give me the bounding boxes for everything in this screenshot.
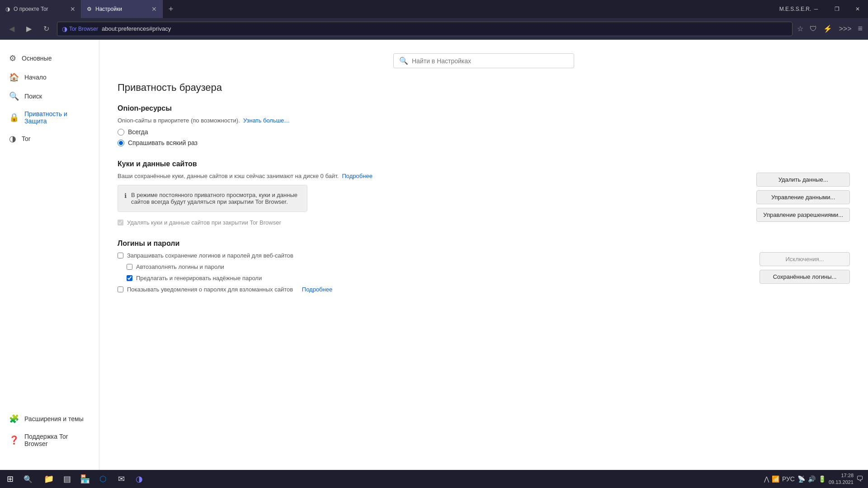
tray-lang-icon[interactable]: РУС (782, 475, 795, 483)
sidebar-osnov-label: Основные (22, 55, 52, 62)
cookies-delete-label: Удалять куки и данные сайтов при закрыти… (127, 219, 281, 226)
tab-settings-icon: ⚙ (87, 6, 92, 12)
minimize-button[interactable]: ─ (806, 0, 826, 18)
manage-data-button[interactable]: Управление данными... (756, 190, 850, 204)
cookies-desc: Ваши сохранённые куки, данные сайтов и к… (118, 173, 743, 179)
reload-button[interactable]: ↻ (40, 24, 52, 33)
onion-link[interactable]: Узнать больше… (243, 117, 290, 124)
puzzle-icon: 🧩 (9, 414, 19, 424)
suggest-pw-label: Предлагать и генерировать надёжные парол… (136, 275, 262, 282)
close-button[interactable]: ✕ (847, 0, 868, 18)
main-content: 🔍 Приватность браузера Onion-ресурсы Oni… (99, 40, 868, 470)
onion-ask-radio[interactable] (118, 140, 124, 146)
maximize-button[interactable]: ❐ (826, 0, 847, 18)
tray-network-icon[interactable]: 📶 (772, 475, 779, 483)
login-suggest-pw[interactable]: Предлагать и генерировать надёжные парол… (118, 275, 746, 282)
tray-wifi-icon[interactable]: 📡 (797, 475, 805, 483)
onion-always-label: Всегда (128, 128, 148, 136)
login-autofill[interactable]: Автозаполнять логины и пароли (118, 263, 746, 270)
sidebar-item-tor[interactable]: ◑ Tor (0, 129, 99, 148)
sidebar-support-label: Поддержка Tor Browser (24, 433, 90, 447)
delete-data-button[interactable]: Удалить данные... (756, 173, 850, 187)
cookies-title: Куки и данные сайтов (118, 160, 850, 168)
more-tools-icon[interactable]: >>> (839, 25, 851, 33)
cookies-row: Ваши сохранённые куки, данные сайтов и к… (118, 173, 850, 226)
taskbar-store-icon[interactable]: 🏪 (77, 471, 93, 487)
settings-search-wrap[interactable]: 🔍 (393, 53, 574, 68)
sidebar-item-nachalo[interactable]: 🏠 Начало (0, 68, 99, 87)
sidebar-item-osnov[interactable]: ⚙ Основные (0, 49, 99, 68)
tray-sound-icon[interactable]: 🔊 (808, 475, 816, 483)
sidebar-item-support[interactable]: ❓ Поддержка Tor Browser (0, 428, 99, 452)
addressbar: ◀ ▶ ↻ ◑ Tor Browser about:preferences#pr… (0, 18, 868, 40)
show-notif-link[interactable]: Подробнее (302, 286, 332, 293)
onion-ask-label: Спрашивать всякий раз (128, 139, 198, 146)
tab-about-tor[interactable]: ◑ О проекте Tor ✕ (0, 0, 81, 18)
tor-icon: ◑ (9, 134, 16, 144)
taskbar-widget-icon[interactable]: ▤ (59, 471, 75, 487)
onion-always-option[interactable]: Всегда (118, 128, 850, 136)
taskbar-search-button[interactable]: 🔍 (20, 470, 36, 488)
shield-icon[interactable]: 🛡 (810, 25, 817, 33)
ask-save-checkbox[interactable] (118, 253, 123, 258)
taskbar: ⊞ 🔍 📁 ▤ 🏪 ⬡ ✉ ◑ ⋀ 📶 РУС 📡 🔊 🔋 17:28 09.1… (0, 470, 868, 488)
onion-title: Onion-ресурсы (118, 104, 850, 113)
address-field[interactable]: ◑ Tor Browser about:preferences#privacy (57, 22, 793, 36)
logins-left: Запрашивать сохранение логинов и паролей… (118, 252, 746, 293)
tab-label: О проекте Tor (14, 6, 48, 12)
onion-desc: Onion-сайты в приоритете (по возможности… (118, 117, 850, 124)
cookies-delete-checkbox (118, 220, 123, 225)
saved-logins-button[interactable]: Сохранённые логины... (760, 270, 850, 284)
taskbar-edge-icon[interactable]: ⬡ (95, 471, 111, 487)
tab-close-2[interactable]: ✕ (151, 5, 157, 13)
search-magnifier-icon: 🔍 (399, 56, 408, 65)
autofill-checkbox[interactable] (127, 264, 132, 270)
question-icon: ❓ (9, 435, 19, 445)
sidebar-item-privacy[interactable]: 🔒 Приватность и Защита (0, 106, 99, 129)
cookies-right: Удалить данные... Управление данными... … (756, 173, 850, 222)
tray-battery-icon[interactable]: 🔋 (818, 475, 826, 483)
tab-settings[interactable]: ⚙ Настройки ✕ (81, 0, 163, 18)
start-button[interactable]: ⊞ (0, 470, 20, 488)
notifications-icon[interactable]: 🗨 (856, 475, 863, 483)
tray-arrow-icon[interactable]: ⋀ (764, 475, 769, 483)
taskbar-file-icon[interactable]: 📁 (41, 471, 57, 487)
search-icon: 🔍 (9, 91, 19, 101)
sidebar-item-ext[interactable]: 🧩 Расширения и темы (0, 409, 99, 428)
cookies-link[interactable]: Подробнее (342, 173, 372, 179)
systray: ⋀ 📶 РУС 📡 🔊 🔋 (764, 475, 826, 483)
sidebar-bottom: 🧩 Расширения и темы ❓ Поддержка Tor Brow… (0, 409, 99, 461)
sidebar-nachalo-label: Начало (24, 74, 47, 81)
bookmark-icon[interactable]: ☆ (797, 24, 803, 33)
titlebar: ◑ О проекте Tor ✕ ⚙ Настройки ✕ + M.E.S.… (0, 0, 868, 18)
logins-section: Логины и пароли Запрашивать сохранение л… (118, 239, 850, 293)
exceptions-button[interactable]: Исключения... (760, 252, 850, 266)
extensions-icon[interactable]: ⚡ (823, 24, 832, 33)
tab-close-1[interactable]: ✕ (70, 5, 75, 13)
suggest-pw-checkbox[interactable] (127, 275, 132, 281)
browser-content: ⚙ Основные 🏠 Начало 🔍 Поиск 🔒 Приватност… (0, 40, 868, 470)
menu-icon[interactable]: ≡ (858, 24, 863, 33)
settings-search-input[interactable] (412, 57, 568, 65)
back-button[interactable]: ◀ (5, 24, 18, 33)
onion-always-radio[interactable] (118, 129, 124, 136)
sidebar-item-poisk[interactable]: 🔍 Поиск (0, 87, 99, 106)
onion-ask-option[interactable]: Спрашивать всякий раз (118, 139, 850, 146)
taskbar-clock[interactable]: 17:28 09.13.2021 (829, 472, 854, 486)
login-show-notif[interactable]: Показывать уведомления о паролях для взл… (118, 286, 746, 293)
taskbar-mail-icon[interactable]: ✉ (113, 471, 129, 487)
forward-button[interactable]: ▶ (23, 24, 35, 33)
show-notif-label: Показывать уведомления о паролях для взл… (127, 286, 293, 293)
new-tab-button[interactable]: + (163, 0, 179, 18)
site-label: Tor Browser (69, 26, 98, 32)
tor-browser-icon: ◑ Tor Browser (62, 25, 98, 33)
show-notif-checkbox[interactable] (118, 286, 123, 292)
cookies-section: Куки и данные сайтов Ваши сохранённые ку… (118, 160, 850, 226)
manage-perms-button[interactable]: Управление разрешениями... (756, 208, 850, 222)
window-controls: M.E.S.S.E.R. ─ ❐ ✕ (785, 0, 868, 18)
home-icon: 🏠 (9, 72, 19, 82)
sidebar-top: ⚙ Основные 🏠 Начало 🔍 Поиск 🔒 Приватност… (0, 49, 99, 148)
taskbar-tor-icon[interactable]: ◑ (131, 471, 147, 487)
login-ask-save[interactable]: Запрашивать сохранение логинов и паролей… (118, 252, 746, 259)
win-messer-label: M.E.S.S.E.R. (785, 0, 806, 18)
